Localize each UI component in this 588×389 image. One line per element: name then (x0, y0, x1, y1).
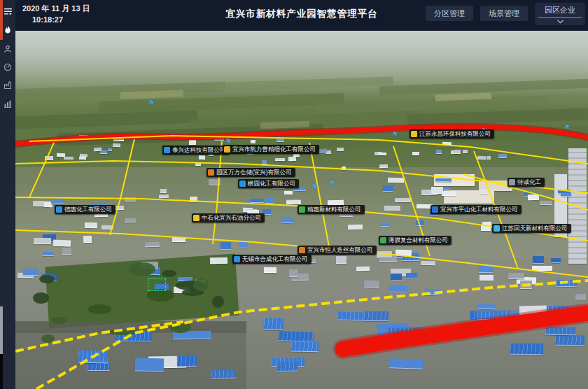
park-enterprise-dropdown[interactable]: 园区企业 (535, 3, 585, 25)
company-logo-icon (299, 247, 305, 253)
zone-manage-button[interactable]: 分区管理 (426, 6, 473, 21)
topbar: 2020 年 11 月 13 日 10:18:27 宜兴市新材料产业园智慧管理平… (15, 0, 588, 31)
company-name: 无锡市合成化工有限公司 (242, 255, 308, 264)
company-name: 宜兴市恒人造丝有限公司 (307, 246, 373, 255)
company-name: 宜兴市凯力普精细化工有限公司 (232, 145, 316, 154)
factory-icon[interactable] (0, 78, 15, 92)
building-label[interactable]: 无锡市合成化工有限公司 (232, 255, 312, 264)
building-label[interactable]: 江苏永昌环保科技有限公司 (410, 129, 494, 139)
company-logo-icon (239, 181, 246, 187)
building-label[interactable]: 宜兴市凯力普精细化工有限公司 (223, 145, 319, 154)
company-name: 横园化工有限公司 (248, 179, 295, 188)
building-label[interactable]: 横园化工有限公司 (238, 179, 299, 188)
building-label[interactable]: 德惠化工有限公司 (55, 205, 115, 214)
company-logo-icon (493, 225, 500, 232)
building-label[interactable]: 中石化宜兴石油分公司 (192, 213, 265, 222)
building-label[interactable]: 江苏回天新材料有限公司 (492, 224, 571, 233)
company-logo-icon (234, 256, 240, 262)
company-name: 中石化宜兴石油分公司 (202, 213, 261, 222)
topbar-actions: 分区管理 场景管理 园区企业 (426, 3, 585, 25)
sidebar (0, 0, 15, 389)
building-label[interactable]: 精惠新材料有限公司 (298, 205, 365, 214)
company-name: 园区万方仓储(宜兴)有限公司 (216, 168, 292, 177)
gauge-icon[interactable] (0, 60, 15, 74)
company-logo-icon (208, 169, 214, 176)
building-label[interactable]: 特诚化工 (507, 178, 545, 187)
company-name: 德惠化工有限公司 (64, 205, 112, 214)
company-name: 泰兴达科技有限公司 (172, 146, 226, 155)
company-name: 宜兴市平山化工材料有限公司 (440, 205, 518, 214)
building-label[interactable]: 薄膜复合材料有限公司 (379, 236, 451, 245)
dropdown-label: 园区企业 (545, 5, 575, 15)
bar-chart-icon[interactable] (0, 97, 15, 111)
company-logo-icon (380, 237, 386, 243)
building-label[interactable]: 园区万方仓储(宜兴)有限公司 (206, 168, 295, 177)
building-label[interactable]: 宜兴市恒人造丝有限公司 (298, 246, 377, 255)
chevron-down-icon (556, 20, 564, 24)
company-logo-icon (411, 131, 417, 137)
map-viewport[interactable]: ✈✈✈✈✈✈✈泰兴达科技有限公司宜兴市凯力普精细化工有限公司园区万方仓储(宜兴)… (15, 31, 588, 389)
company-name: 江苏永昌环保科技有限公司 (419, 129, 491, 139)
scene-manage-button[interactable]: 场景管理 (480, 6, 528, 21)
company-name: 薄膜复合材料有限公司 (388, 236, 448, 245)
selection-box (148, 278, 166, 291)
menu-icon[interactable] (0, 4, 15, 18)
company-logo-icon (164, 147, 170, 153)
company-logo-icon (56, 206, 62, 213)
company-logo-icon (224, 146, 230, 153)
company-name: 特诚化工 (517, 178, 541, 187)
user-icon[interactable] (0, 42, 15, 56)
company-logo-icon (509, 179, 515, 185)
building-label[interactable]: 宜兴市平山化工材料有限公司 (430, 205, 522, 214)
company-name: 江苏回天新材料有限公司 (502, 224, 568, 233)
dropdown-divider (538, 17, 582, 18)
company-logo-icon (193, 215, 200, 221)
company-logo-icon (299, 206, 305, 213)
building-label[interactable]: 泰兴达科技有限公司 (162, 146, 230, 155)
sidebar-scrollbar[interactable] (0, 306, 3, 354)
app-root: 2020 年 11 月 13 日 10:18:27 宜兴市新材料产业园智慧管理平… (0, 0, 588, 389)
flame-icon[interactable] (0, 22, 15, 36)
company-logo-icon (432, 206, 438, 213)
sidebar-scroll-track (0, 354, 3, 389)
company-name: 精惠新材料有限公司 (307, 205, 361, 214)
